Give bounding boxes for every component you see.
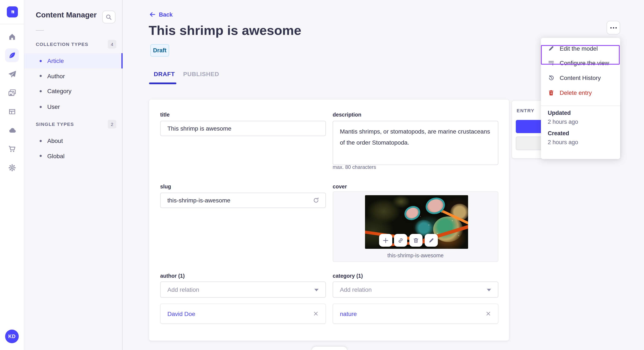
description-label: description [333, 112, 362, 118]
marketplace-cart-icon [8, 145, 16, 153]
active-indicator [122, 53, 123, 68]
back-link[interactable]: Back [149, 11, 173, 18]
slug-value: this-shrimp-is-awesome [168, 197, 230, 204]
author-relation-item: David Doe [160, 304, 326, 324]
link-icon [398, 237, 404, 243]
nav-content-manager-button[interactable] [5, 48, 19, 62]
home-icon [8, 32, 16, 41]
chevron-down-icon [487, 289, 491, 291]
content-manager-feather-icon [8, 51, 16, 59]
nav-deploy-button[interactable] [5, 123, 19, 137]
add-media-button[interactable] [379, 234, 392, 247]
copy-link-button[interactable] [394, 234, 407, 247]
bullet-icon [40, 140, 42, 142]
active-tab-underline [149, 82, 176, 84]
subnav-title: Content Manager [36, 11, 97, 19]
sidebar-item-label: Article [47, 57, 64, 64]
search-icon [105, 13, 112, 21]
sidebar-item-article[interactable]: Article [24, 53, 123, 68]
page-title: This shrimp is awesome [149, 23, 301, 38]
title-input[interactable]: This shrimp is awesome [160, 121, 326, 136]
menu-item-label: Content History [560, 74, 601, 81]
layout-builder-icon [8, 107, 16, 116]
nav-releases-button[interactable] [5, 67, 19, 81]
tab-published[interactable]: PUBLISHED [183, 71, 219, 77]
sidebar-item-category[interactable]: Category [24, 83, 123, 99]
menu-item-label: Configure the view [560, 59, 609, 66]
menu-divider [541, 105, 620, 106]
bullet-icon [40, 106, 42, 108]
main-navbar: KD [0, 0, 24, 350]
entry-panel-label: ENTRY [517, 108, 534, 113]
slug-label: slug [160, 184, 171, 190]
relation-link[interactable]: David Doe [168, 310, 195, 317]
slug-input[interactable]: this-shrimp-is-awesome [160, 193, 326, 208]
nav-marketplace-button[interactable] [5, 142, 19, 156]
description-hint: max. 80 characters [333, 164, 376, 170]
paper-plane-icon [8, 70, 16, 78]
plus-icon [382, 237, 389, 243]
edit-media-button[interactable] [425, 234, 438, 247]
nav-media-library-button[interactable] [5, 86, 19, 100]
menu-item-configure-view[interactable]: Configure the view [541, 56, 620, 70]
combobox-placeholder: Add relation [168, 286, 199, 293]
sidebar-item-label: Author [47, 72, 65, 79]
sidebar-item-label: User [47, 103, 60, 110]
sidebar-item-author[interactable]: Author [24, 68, 123, 84]
regenerate-slug-button[interactable] [311, 193, 321, 207]
sidebar-item-about[interactable]: About [24, 133, 123, 149]
search-button[interactable] [102, 11, 116, 23]
updated-value: 2 hours ago [548, 119, 578, 125]
settings-gear-icon [8, 164, 16, 172]
configure-list-icon [548, 59, 554, 66]
subnav-divider [36, 30, 44, 31]
cover-label: cover [333, 184, 347, 190]
relation-link[interactable]: nature [340, 310, 357, 317]
menu-item-label: Edit the model [560, 45, 598, 52]
user-avatar[interactable]: KD [5, 330, 19, 343]
menu-item-edit-model[interactable]: Edit the model [541, 41, 620, 56]
description-textarea[interactable]: Mantis shrimps, or stomatopods, are mari… [333, 121, 498, 165]
collection-types-count: 4 [108, 40, 116, 48]
remove-relation-button[interactable] [313, 311, 318, 316]
remove-relation-button[interactable] [486, 311, 491, 316]
menu-item-delete-entry[interactable]: Delete entry [541, 85, 620, 100]
entry-options-menu: Edit the model Configure the view Conten… [541, 38, 620, 159]
created-label: Created [548, 130, 569, 137]
chevron-down-icon [314, 289, 318, 291]
pencil-icon [428, 237, 434, 243]
tab-draft[interactable]: DRAFT [154, 71, 175, 77]
sidebar-item-user[interactable]: User [24, 99, 123, 114]
menu-item-label: Delete entry [560, 89, 592, 96]
bullet-icon [40, 75, 42, 77]
single-types-count: 2 [108, 120, 116, 128]
author-relation-combobox[interactable]: Add relation [160, 282, 326, 298]
category-label: category (1) [333, 273, 363, 279]
history-clock-icon [548, 74, 554, 81]
nav-home-button[interactable] [5, 30, 19, 43]
updated-label: Updated [548, 110, 571, 116]
cover-media-field: this-shrimp-is-awesome [333, 191, 498, 262]
menu-item-content-history[interactable]: Content History [541, 71, 620, 85]
sidebar-item-label: About [47, 137, 63, 144]
trash-icon [413, 237, 419, 243]
combobox-placeholder: Add relation [340, 286, 372, 293]
bullet-icon [40, 60, 42, 62]
cloud-icon [8, 126, 16, 134]
refresh-icon [313, 197, 320, 204]
title-label: title [160, 112, 170, 118]
scroll-pill[interactable] [312, 347, 347, 350]
close-icon [313, 311, 318, 316]
delete-media-button[interactable] [409, 234, 422, 247]
category-relation-combobox[interactable]: Add relation [333, 282, 498, 298]
nav-settings-button[interactable] [5, 161, 19, 174]
more-options-button[interactable] [606, 21, 620, 34]
trash-icon [548, 89, 554, 96]
strapi-logo[interactable] [7, 6, 18, 17]
collection-types-header: COLLECTION TYPES [36, 42, 88, 47]
nav-content-type-builder-button[interactable] [5, 105, 19, 118]
category-relation-item: nature [333, 304, 498, 324]
back-label: Back [159, 11, 173, 18]
close-icon [486, 311, 491, 316]
sidebar-item-global[interactable]: Global [24, 148, 123, 164]
